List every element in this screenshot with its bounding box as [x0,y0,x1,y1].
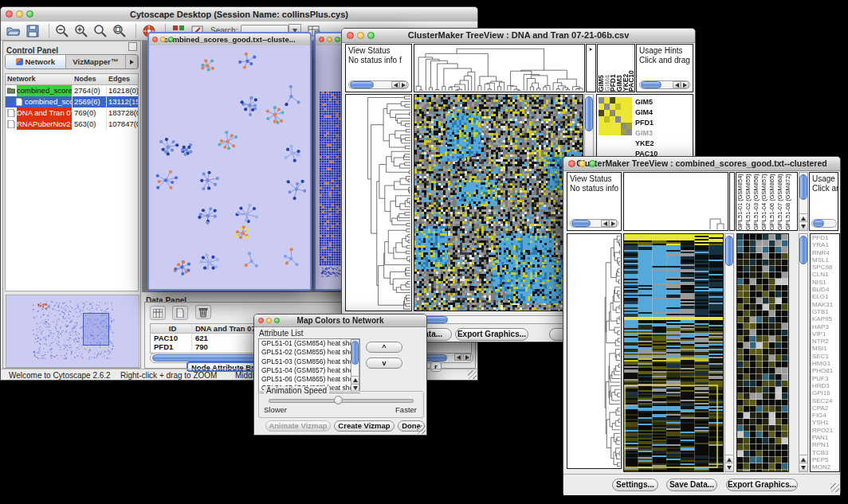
gene-label[interactable]: RPO21 [812,427,839,434]
gene-list[interactable]: PFD1YRA1RNR4MSL1SPC98CLN1NIS1BUD4ELG1MAK… [810,233,840,472]
zoom-button[interactable] [589,160,596,167]
global-hscrollbar[interactable] [414,315,583,324]
close-button[interactable] [258,318,264,323]
scroll-down-arrow[interactable] [725,463,733,471]
gene-label[interactable]: PEP5 [812,456,839,463]
scroll-right-arrow[interactable] [463,354,471,361]
minimize-button[interactable] [16,10,23,18]
attribute-item[interactable]: GPL51-04 (GSM857) heat shock 20 min [259,366,359,375]
zoom-fit-icon[interactable] [92,23,108,39]
scroll-up-arrow[interactable] [351,376,359,384]
tab-vizmapper[interactable]: VizMapper™ [66,55,127,68]
gene-label[interactable]: RNR4 [812,249,839,256]
row-dendrogram-canvas[interactable] [567,233,622,469]
main-titlebar[interactable]: Cytoscape Desktop (Session Name: collins… [1,7,477,22]
network-row-rnapuber[interactable]: RNAPuberNov2+ 563(0) 107847(0) [6,119,138,130]
open-folder-icon[interactable] [6,23,22,39]
gene-label[interactable]: PFD1 [635,118,691,128]
gene-label[interactable]: YSH1 [812,419,839,426]
column-label[interactable]: GPL51-03 (GSM856) [752,173,760,230]
resize-grip[interactable] [830,483,839,492]
gene-label[interactable]: CLN1 [812,271,839,278]
move-down-button[interactable]: v [366,357,402,369]
gene-label[interactable]: PAN1 [812,434,839,441]
zoom-out-icon[interactable] [54,23,70,39]
scroll-right-arrow[interactable] [399,81,407,88]
float-panel-icon[interactable] [128,42,137,51]
zoom-button[interactable] [168,37,174,42]
zoom-button[interactable] [26,10,33,18]
minimize-button[interactable] [327,37,332,42]
close-button[interactable] [152,37,158,42]
gene-label[interactable]: MSL1 [812,256,839,264]
gene-label[interactable]: SPC98 [812,264,839,271]
column-label[interactable]: GPL51-08 (GSM872) [784,173,792,230]
view-status-hscrollbar[interactable] [570,219,618,228]
usage-hints-hscrollbar[interactable] [811,219,837,228]
scroll-left-arrow[interactable] [673,81,681,88]
column-label[interactable]: GPL51-04 (GSM857) [760,173,768,230]
gene-label[interactable]: MSI1 [812,345,839,352]
network1-titlebar[interactable]: combined_scores_good.txt--cluste... [149,33,310,46]
attribute-item[interactable]: GPL51-02 (GSM855) heat shock 10 min [259,348,359,357]
gene-label[interactable]: YRA1 [812,241,839,248]
scroll-left-arrow[interactable] [454,354,462,361]
attribute-table-icon[interactable] [150,306,166,320]
minimize-button[interactable] [357,32,364,39]
network-table-header[interactable]: Network Nodes Edges [6,74,138,85]
column-label[interactable]: GIM5 [598,45,604,92]
gene-label[interactable]: KAP95 [812,315,839,322]
create-vizmap-button[interactable]: Create Vizmap [334,420,395,432]
gene-label[interactable]: GIM4 [635,107,691,118]
gene-label[interactable]: PFD1 [812,234,839,241]
gene-label[interactable]: NTR2 [812,338,839,345]
scroll-down-arrow[interactable] [799,463,807,471]
save-data-button[interactable]: Save Data... [666,479,717,491]
scroll-left-arrow[interactable] [601,220,609,227]
usage-hints-hscrollbar[interactable] [639,80,690,89]
gene-label[interactable]: CPA2 [812,404,839,412]
column-label[interactable]: GPL51-02 (GSM855) [744,173,752,230]
network-overview-canvas[interactable] [6,295,139,368]
treeview1-titlebar[interactable]: ClusterMaker TreeView : DNA and Tran 07-… [342,29,695,43]
network-canvas-1[interactable] [149,45,310,289]
col-nodes[interactable]: Nodes [73,74,107,84]
scroll-right-arrow[interactable] [609,220,617,227]
gene-label[interactable]: HRD3 [812,382,839,389]
zoom-heatmap-vscrollbar[interactable] [799,233,808,472]
gene-label[interactable]: GTB1 [812,308,839,315]
gene-label[interactable]: RPN1 [812,441,839,448]
zoom-button[interactable] [367,32,375,39]
gene-label[interactable]: MON2 [812,463,839,471]
grid-id-header[interactable]: ID [151,324,192,333]
attribute-list[interactable]: GPL51-01 (GSM854) heat shock 05 minGPL51… [258,338,360,393]
dialog-titlebar[interactable]: Map Colors to Network [254,315,426,327]
view-status-hscrollbar[interactable] [348,80,409,89]
scroll-left-arrow[interactable] [391,81,399,88]
resize-grip[interactable] [417,425,426,434]
tab-network[interactable]: Network [6,55,66,68]
export-graphics-button[interactable]: Export Graphics... [455,328,528,341]
close-button[interactable] [6,10,13,18]
zoom-button[interactable] [335,37,340,42]
column-labels-vscrollbar[interactable] [799,172,808,231]
slider-knob[interactable] [334,396,343,404]
column-label[interactable]: PFD1 [610,45,616,92]
close-button[interactable] [319,37,324,42]
column-label[interactable]: GPL51-06 (GSM865) [768,173,776,230]
gene-label[interactable]: FIG4 [812,412,839,419]
row-dendrogram-canvas[interactable] [345,94,412,311]
settings-button[interactable]: Settings... [612,479,658,491]
gene-label[interactable]: HMG1 [812,360,839,367]
network-row-dna-tran[interactable]: DNA and Tran 07 769(0) 183728(0) [6,107,138,119]
attribute-list-vscrollbar[interactable] [351,339,359,393]
gene-label[interactable]: TCB3 [812,449,839,456]
gene-label[interactable]: PHO81 [812,367,839,374]
minimize-button[interactable] [266,318,272,323]
zoom-heatmap-canvas[interactable] [736,233,789,472]
attribute-item[interactable]: GPL51-01 (GSM854) heat shock 05 min [259,339,359,348]
attribute-item[interactable]: GPL51-06 (GSM865) heat shock 40 min [259,375,359,384]
column-label[interactable]: GPL51-07 (GSM868) [776,173,784,230]
gene-label[interactable]: VIP1 [812,330,839,338]
gene-label[interactable]: BUD4 [812,286,839,293]
